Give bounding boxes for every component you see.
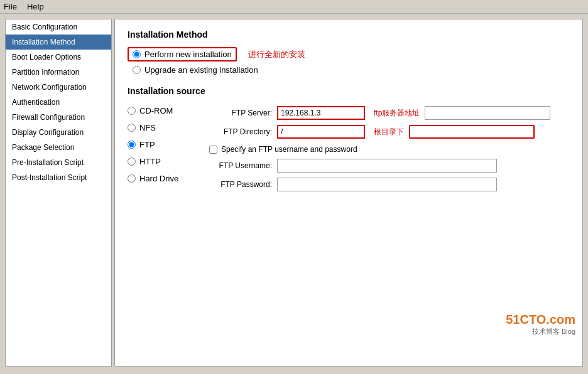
sidebar-item-firewall-configuration[interactable]: Firewall Configuration <box>6 110 111 125</box>
perform-new-row: Perform new installation 进行全新的安装 <box>128 47 570 61</box>
ftp-username-label: FTP Username: <box>203 161 272 170</box>
specify-ftp-label[interactable]: Specify an FTP username and password <box>221 145 357 154</box>
nfs-row: NFS <box>128 123 190 132</box>
cdrom-row: CD-ROM <box>128 106 190 115</box>
watermark-logo: 51CTO.com <box>506 313 575 327</box>
hard-drive-radio[interactable] <box>128 174 136 183</box>
ftp-form-fields: FTP Server: ftp服务器地址 FTP Directory: 根目录下 <box>203 106 570 191</box>
source-radios: CD-ROM NFS FTP HTTP <box>128 106 190 191</box>
perform-new-highlight: Perform new installation <box>128 47 237 61</box>
ftp-directory-input[interactable] <box>277 125 365 139</box>
menu-file[interactable]: File <box>4 2 17 11</box>
nfs-radio[interactable] <box>128 124 136 132</box>
ftp-password-label: FTP Password: <box>203 180 272 189</box>
ftp-radio[interactable] <box>128 141 136 149</box>
upgrade-radio[interactable] <box>133 66 141 74</box>
perform-new-radio[interactable] <box>133 50 141 58</box>
ftp-directory-annotation: 根目录下 <box>374 127 404 137</box>
upgrade-row: Upgrade an existing installation <box>133 65 570 75</box>
ftp-server-annotation: ftp服务器地址 <box>374 108 420 119</box>
nfs-label[interactable]: NFS <box>139 123 156 132</box>
ftp-directory-label: FTP Directory: <box>203 127 272 136</box>
sidebar-item-post-installation-script[interactable]: Post-Installation Script <box>6 170 111 185</box>
ftp-username-input[interactable] <box>277 159 497 173</box>
ftp-row: FTP <box>128 140 190 149</box>
ftp-directory-extra-input[interactable] <box>409 125 535 139</box>
main-container: Basic Configuration Installation Method … <box>0 14 588 371</box>
cdrom-radio[interactable] <box>128 107 136 115</box>
ftp-password-row: FTP Password: <box>203 178 570 191</box>
specify-ftp-row: Specify an FTP username and password <box>209 145 570 154</box>
sidebar-item-basic-config[interactable]: Basic Configuration <box>6 19 111 35</box>
sidebar-item-package-selection[interactable]: Package Selection <box>6 140 111 155</box>
perform-new-label[interactable]: Perform new installation <box>144 50 232 59</box>
sidebar-item-partition-information[interactable]: Partition Information <box>6 65 111 80</box>
menubar: File Help <box>0 0 588 14</box>
sidebar-item-authentication[interactable]: Authentication <box>6 95 111 110</box>
sidebar-item-display-configuration[interactable]: Display Configuration <box>6 125 111 140</box>
installation-source-section: Installation source CD-ROM NFS FTP <box>128 86 570 191</box>
watermark-sub: 技术博客 Blog <box>506 327 575 336</box>
http-label[interactable]: HTTP <box>139 157 161 166</box>
perform-new-annotation: 进行全新的安装 <box>248 49 305 60</box>
specify-ftp-checkbox[interactable] <box>209 146 217 154</box>
ftp-password-input[interactable] <box>277 178 497 191</box>
sidebar-item-installation-method[interactable]: Installation Method <box>6 35 111 50</box>
sidebar-item-boot-loader-options[interactable]: Boot Loader Options <box>6 50 111 65</box>
installation-source-title: Installation source <box>128 86 570 96</box>
upgrade-label[interactable]: Upgrade an existing installation <box>144 65 258 75</box>
ftp-server-label: FTP Server: <box>203 109 272 117</box>
source-options: CD-ROM NFS FTP HTTP <box>128 104 570 191</box>
ftp-username-row: FTP Username: <box>203 159 570 173</box>
hard-drive-row: Hard Drive <box>128 174 190 183</box>
hard-drive-label[interactable]: Hard Drive <box>139 174 178 183</box>
http-row: HTTP <box>128 157 190 166</box>
ftp-server-extra-input[interactable] <box>425 106 550 120</box>
ftp-directory-row: FTP Directory: 根目录下 <box>203 125 570 139</box>
watermark: 51CTO.com 技术博客 Blog <box>506 313 575 336</box>
sidebar-item-network-configuration[interactable]: Network Configuration <box>6 80 111 95</box>
sidebar-item-pre-installation-script[interactable]: Pre-Installation Script <box>6 155 111 170</box>
menu-help[interactable]: Help <box>27 2 44 11</box>
installation-method-title: Installation Method <box>128 29 570 40</box>
cdrom-label[interactable]: CD-ROM <box>139 106 173 115</box>
ftp-server-input[interactable] <box>277 106 365 120</box>
http-radio[interactable] <box>128 158 136 166</box>
sidebar: Basic Configuration Installation Method … <box>5 19 112 366</box>
ftp-server-row: FTP Server: ftp服务器地址 <box>203 106 570 120</box>
ftp-label[interactable]: FTP <box>139 140 155 149</box>
